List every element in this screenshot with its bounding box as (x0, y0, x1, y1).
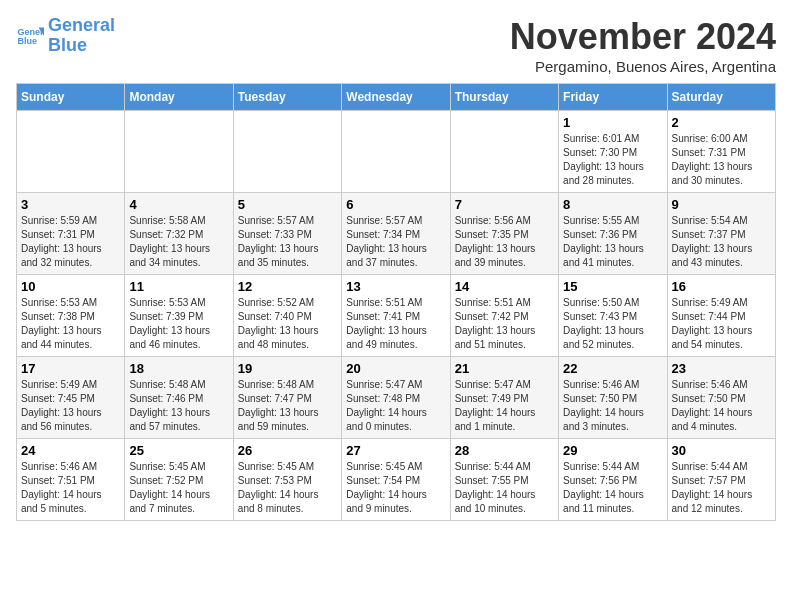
day-number: 6 (346, 197, 445, 212)
header-day-wednesday: Wednesday (342, 84, 450, 111)
day-number: 3 (21, 197, 120, 212)
calendar-cell: 20Sunrise: 5:47 AM Sunset: 7:48 PM Dayli… (342, 357, 450, 439)
day-info: Sunrise: 5:46 AM Sunset: 7:51 PM Dayligh… (21, 460, 120, 516)
day-info: Sunrise: 5:53 AM Sunset: 7:39 PM Dayligh… (129, 296, 228, 352)
day-number: 13 (346, 279, 445, 294)
day-number: 23 (672, 361, 771, 376)
logo-text: General Blue (48, 16, 115, 56)
day-number: 12 (238, 279, 337, 294)
calendar-cell: 26Sunrise: 5:45 AM Sunset: 7:53 PM Dayli… (233, 439, 341, 521)
day-number: 8 (563, 197, 662, 212)
calendar-cell: 28Sunrise: 5:44 AM Sunset: 7:55 PM Dayli… (450, 439, 558, 521)
svg-text:Blue: Blue (17, 36, 37, 46)
header-day-sunday: Sunday (17, 84, 125, 111)
calendar-cell: 17Sunrise: 5:49 AM Sunset: 7:45 PM Dayli… (17, 357, 125, 439)
calendar-cell: 5Sunrise: 5:57 AM Sunset: 7:33 PM Daylig… (233, 193, 341, 275)
week-row-3: 10Sunrise: 5:53 AM Sunset: 7:38 PM Dayli… (17, 275, 776, 357)
day-number: 20 (346, 361, 445, 376)
day-info: Sunrise: 5:44 AM Sunset: 7:56 PM Dayligh… (563, 460, 662, 516)
day-info: Sunrise: 5:48 AM Sunset: 7:46 PM Dayligh… (129, 378, 228, 434)
day-info: Sunrise: 5:47 AM Sunset: 7:49 PM Dayligh… (455, 378, 554, 434)
day-number: 21 (455, 361, 554, 376)
calendar-cell: 10Sunrise: 5:53 AM Sunset: 7:38 PM Dayli… (17, 275, 125, 357)
calendar-cell: 23Sunrise: 5:46 AM Sunset: 7:50 PM Dayli… (667, 357, 775, 439)
calendar-cell: 4Sunrise: 5:58 AM Sunset: 7:32 PM Daylig… (125, 193, 233, 275)
calendar-cell: 8Sunrise: 5:55 AM Sunset: 7:36 PM Daylig… (559, 193, 667, 275)
header-day-tuesday: Tuesday (233, 84, 341, 111)
calendar-cell: 11Sunrise: 5:53 AM Sunset: 7:39 PM Dayli… (125, 275, 233, 357)
day-number: 27 (346, 443, 445, 458)
day-info: Sunrise: 5:46 AM Sunset: 7:50 PM Dayligh… (563, 378, 662, 434)
day-info: Sunrise: 5:54 AM Sunset: 7:37 PM Dayligh… (672, 214, 771, 270)
calendar-cell: 18Sunrise: 5:48 AM Sunset: 7:46 PM Dayli… (125, 357, 233, 439)
day-info: Sunrise: 5:48 AM Sunset: 7:47 PM Dayligh… (238, 378, 337, 434)
location-subtitle: Pergamino, Buenos Aires, Argentina (510, 58, 776, 75)
logo-line1: General (48, 15, 115, 35)
header-day-friday: Friday (559, 84, 667, 111)
day-number: 26 (238, 443, 337, 458)
calendar-header: SundayMondayTuesdayWednesdayThursdayFrid… (17, 84, 776, 111)
day-number: 1 (563, 115, 662, 130)
calendar-cell: 6Sunrise: 5:57 AM Sunset: 7:34 PM Daylig… (342, 193, 450, 275)
calendar-cell: 1Sunrise: 6:01 AM Sunset: 7:30 PM Daylig… (559, 111, 667, 193)
calendar-body: 1Sunrise: 6:01 AM Sunset: 7:30 PM Daylig… (17, 111, 776, 521)
calendar-table: SundayMondayTuesdayWednesdayThursdayFrid… (16, 83, 776, 521)
calendar-cell: 27Sunrise: 5:45 AM Sunset: 7:54 PM Dayli… (342, 439, 450, 521)
day-number: 24 (21, 443, 120, 458)
calendar-cell (450, 111, 558, 193)
day-info: Sunrise: 5:46 AM Sunset: 7:50 PM Dayligh… (672, 378, 771, 434)
header-day-monday: Monday (125, 84, 233, 111)
day-number: 18 (129, 361, 228, 376)
logo-icon: General Blue (16, 22, 44, 50)
calendar-cell (342, 111, 450, 193)
calendar-cell: 7Sunrise: 5:56 AM Sunset: 7:35 PM Daylig… (450, 193, 558, 275)
day-number: 5 (238, 197, 337, 212)
day-info: Sunrise: 5:49 AM Sunset: 7:44 PM Dayligh… (672, 296, 771, 352)
day-info: Sunrise: 5:50 AM Sunset: 7:43 PM Dayligh… (563, 296, 662, 352)
day-info: Sunrise: 5:49 AM Sunset: 7:45 PM Dayligh… (21, 378, 120, 434)
calendar-cell: 12Sunrise: 5:52 AM Sunset: 7:40 PM Dayli… (233, 275, 341, 357)
calendar-cell: 29Sunrise: 5:44 AM Sunset: 7:56 PM Dayli… (559, 439, 667, 521)
calendar-cell: 3Sunrise: 5:59 AM Sunset: 7:31 PM Daylig… (17, 193, 125, 275)
calendar-cell (125, 111, 233, 193)
week-row-4: 17Sunrise: 5:49 AM Sunset: 7:45 PM Dayli… (17, 357, 776, 439)
month-title: November 2024 (510, 16, 776, 58)
day-number: 25 (129, 443, 228, 458)
day-number: 19 (238, 361, 337, 376)
day-number: 10 (21, 279, 120, 294)
calendar-cell: 13Sunrise: 5:51 AM Sunset: 7:41 PM Dayli… (342, 275, 450, 357)
calendar-cell: 9Sunrise: 5:54 AM Sunset: 7:37 PM Daylig… (667, 193, 775, 275)
title-block: November 2024 Pergamino, Buenos Aires, A… (510, 16, 776, 75)
calendar-cell: 16Sunrise: 5:49 AM Sunset: 7:44 PM Dayli… (667, 275, 775, 357)
day-info: Sunrise: 5:45 AM Sunset: 7:52 PM Dayligh… (129, 460, 228, 516)
calendar-cell: 15Sunrise: 5:50 AM Sunset: 7:43 PM Dayli… (559, 275, 667, 357)
day-info: Sunrise: 6:01 AM Sunset: 7:30 PM Dayligh… (563, 132, 662, 188)
day-info: Sunrise: 5:44 AM Sunset: 7:57 PM Dayligh… (672, 460, 771, 516)
week-row-5: 24Sunrise: 5:46 AM Sunset: 7:51 PM Dayli… (17, 439, 776, 521)
day-info: Sunrise: 5:59 AM Sunset: 7:31 PM Dayligh… (21, 214, 120, 270)
calendar-cell: 25Sunrise: 5:45 AM Sunset: 7:52 PM Dayli… (125, 439, 233, 521)
day-number: 28 (455, 443, 554, 458)
logo-line2: Blue (48, 35, 87, 55)
day-info: Sunrise: 5:51 AM Sunset: 7:41 PM Dayligh… (346, 296, 445, 352)
header-row: SundayMondayTuesdayWednesdayThursdayFrid… (17, 84, 776, 111)
day-info: Sunrise: 5:57 AM Sunset: 7:34 PM Dayligh… (346, 214, 445, 270)
day-info: Sunrise: 5:45 AM Sunset: 7:54 PM Dayligh… (346, 460, 445, 516)
day-number: 14 (455, 279, 554, 294)
day-info: Sunrise: 5:44 AM Sunset: 7:55 PM Dayligh… (455, 460, 554, 516)
day-number: 2 (672, 115, 771, 130)
logo: General Blue General Blue (16, 16, 115, 56)
day-number: 9 (672, 197, 771, 212)
day-info: Sunrise: 6:00 AM Sunset: 7:31 PM Dayligh… (672, 132, 771, 188)
day-info: Sunrise: 5:58 AM Sunset: 7:32 PM Dayligh… (129, 214, 228, 270)
calendar-cell: 24Sunrise: 5:46 AM Sunset: 7:51 PM Dayli… (17, 439, 125, 521)
day-number: 4 (129, 197, 228, 212)
calendar-cell: 2Sunrise: 6:00 AM Sunset: 7:31 PM Daylig… (667, 111, 775, 193)
calendar-cell: 30Sunrise: 5:44 AM Sunset: 7:57 PM Dayli… (667, 439, 775, 521)
day-info: Sunrise: 5:52 AM Sunset: 7:40 PM Dayligh… (238, 296, 337, 352)
day-number: 22 (563, 361, 662, 376)
calendar-cell: 19Sunrise: 5:48 AM Sunset: 7:47 PM Dayli… (233, 357, 341, 439)
day-number: 29 (563, 443, 662, 458)
header-day-saturday: Saturday (667, 84, 775, 111)
day-info: Sunrise: 5:57 AM Sunset: 7:33 PM Dayligh… (238, 214, 337, 270)
